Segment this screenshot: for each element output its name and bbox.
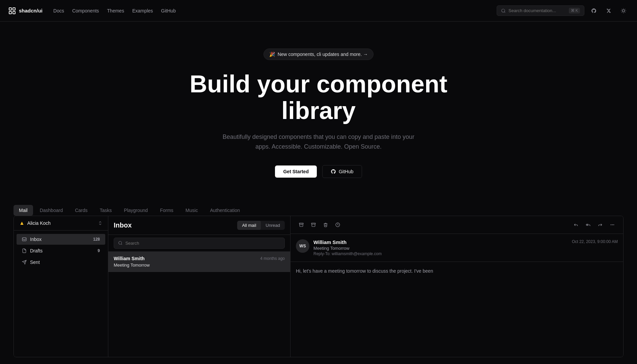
email-item-william[interactable]: William Smith 4 months ago Meeting Tomor… xyxy=(108,252,290,272)
body-text: Hi, let's have a meeting tomorrow to dis… xyxy=(296,267,618,275)
inbox-icon xyxy=(22,237,27,242)
github-btn-icon xyxy=(331,169,336,174)
nav-themes[interactable]: Themes xyxy=(107,8,124,13)
twitter-icon-btn[interactable] xyxy=(603,5,614,16)
mail-search-input-wrapper[interactable] xyxy=(114,238,285,249)
mail-list-header: Inbox All mail Unread xyxy=(108,216,290,235)
email-time: 4 months ago xyxy=(260,256,285,261)
warning-icon: ▲ xyxy=(19,220,25,226)
archive-icon xyxy=(299,222,304,227)
badge-text: New components, cli updates and more. → xyxy=(278,52,368,57)
forward-button[interactable] xyxy=(595,219,606,230)
mail-tools-right xyxy=(571,219,618,230)
move-to-junk-button[interactable] xyxy=(308,219,319,230)
drafts-nav-left: Drafts xyxy=(22,248,43,253)
tab-mail[interactable]: Mail xyxy=(13,205,33,216)
clock-icon xyxy=(335,222,340,227)
nav-right: ⌘ K xyxy=(497,5,629,16)
archive-button[interactable] xyxy=(296,219,307,230)
email-sender: William Smith xyxy=(114,256,145,261)
detail-sender-name: William Smith xyxy=(313,239,568,245)
svg-point-13 xyxy=(612,224,612,225)
hero-badge[interactable]: 🎉 New components, cli updates and more. … xyxy=(264,49,374,60)
mail-search-icon xyxy=(118,241,122,245)
nav-github[interactable]: GitHub xyxy=(161,8,176,13)
delete-button[interactable] xyxy=(320,219,331,230)
mail-nav-drafts[interactable]: Drafts 9 xyxy=(17,245,105,256)
mail-detail-header: WS William Smith Meeting Tomorrow Reply-… xyxy=(290,234,623,262)
get-started-button[interactable]: Get Started xyxy=(275,165,316,178)
github-button[interactable]: GitHub xyxy=(322,165,362,178)
tab-playground[interactable]: Playground xyxy=(118,205,153,216)
github-icon xyxy=(591,8,597,13)
tab-dashboard[interactable]: Dashboard xyxy=(34,205,68,216)
svg-rect-2 xyxy=(9,11,11,14)
mail-search-area xyxy=(108,235,290,252)
mail-sidebar: ▲ Alicia Koch Inbox 128 Drafts xyxy=(14,216,108,357)
tab-cards[interactable]: Cards xyxy=(70,205,93,216)
sent-nav-left: Sent xyxy=(22,260,40,265)
reply-all-icon xyxy=(586,222,590,227)
search-input[interactable] xyxy=(508,8,566,13)
logo-icon xyxy=(8,7,16,15)
demo-section: Mail Dashboard Cards Tasks Playground Fo… xyxy=(0,205,637,357)
svg-rect-3 xyxy=(13,11,15,14)
detail-replyto: Reply-To: williamsmith@example.com xyxy=(313,251,568,256)
ellipsis-icon xyxy=(610,222,615,227)
search-bar[interactable]: ⌘ K xyxy=(497,5,584,16)
tab-authentication[interactable]: Authentication xyxy=(204,205,245,216)
filter-all-mail[interactable]: All mail xyxy=(237,221,261,230)
hero-subtitle: Beautifully designed components that you… xyxy=(217,132,420,152)
github-icon-btn[interactable] xyxy=(588,5,599,16)
account-selector[interactable]: ▲ Alicia Koch xyxy=(14,216,108,231)
sender-avatar: WS xyxy=(296,239,309,253)
svg-point-4 xyxy=(502,9,505,12)
tab-music[interactable]: Music xyxy=(180,205,203,216)
account-name: Alicia Koch xyxy=(27,220,51,226)
inbox-badge: 128 xyxy=(93,237,100,242)
search-kbd: ⌘ K xyxy=(569,8,580,13)
account-info: ▲ Alicia Koch xyxy=(19,220,51,226)
more-options-button[interactable] xyxy=(607,219,618,230)
mail-nav-sent[interactable]: Sent xyxy=(17,257,105,268)
search-icon xyxy=(501,8,506,13)
sent-icon xyxy=(22,260,27,265)
mail-search-field[interactable] xyxy=(125,241,280,246)
nav-links: Docs Components Themes Examples GitHub xyxy=(53,8,176,13)
nav-components[interactable]: Components xyxy=(72,8,99,13)
mail-demo: ▲ Alicia Koch Inbox 128 Drafts xyxy=(13,216,624,357)
tab-forms[interactable]: Forms xyxy=(155,205,179,216)
nav-examples[interactable]: Examples xyxy=(132,8,153,13)
detail-subject: Meeting Tomorrow xyxy=(313,246,568,251)
reply-all-button[interactable] xyxy=(583,219,593,230)
mail-tools-left xyxy=(296,219,343,230)
nav-docs[interactable]: Docs xyxy=(53,8,64,13)
mail-list-title: Inbox xyxy=(114,221,132,229)
logo[interactable]: shadcn/ui xyxy=(8,7,43,15)
snooze-button[interactable] xyxy=(332,219,343,230)
svg-point-14 xyxy=(614,224,614,225)
forward-icon xyxy=(598,222,603,227)
svg-rect-1 xyxy=(13,8,15,10)
tab-tasks[interactable]: Tasks xyxy=(94,205,117,216)
theme-icon xyxy=(621,8,626,13)
filter-unread[interactable]: Unread xyxy=(261,221,285,230)
navbar: shadcn/ui Docs Components Themes Example… xyxy=(0,0,637,22)
email-header-row: William Smith 4 months ago xyxy=(114,256,285,261)
theme-toggle-btn[interactable] xyxy=(618,5,629,16)
mail-detail: WS William Smith Meeting Tomorrow Reply-… xyxy=(290,216,623,357)
mail-list: Inbox All mail Unread William Smith 4 mo… xyxy=(108,216,290,357)
chevron-updown-icon xyxy=(98,221,103,225)
mail-filter-buttons: All mail Unread xyxy=(237,221,285,230)
svg-rect-10 xyxy=(299,223,303,224)
detail-date: Oct 22, 2023, 9:00:00 AM xyxy=(572,239,618,244)
mail-nav-inbox[interactable]: Inbox 128 xyxy=(17,234,105,245)
twitter-icon xyxy=(606,8,611,13)
hero-title: Build your component library xyxy=(167,71,470,124)
svg-rect-0 xyxy=(9,8,11,10)
mail-detail-body: Hi, let's have a meeting tomorrow to dis… xyxy=(290,262,623,280)
trash-icon xyxy=(323,222,328,227)
mail-detail-toolbar xyxy=(290,216,623,234)
hero-section: 🎉 New components, cli updates and more. … xyxy=(0,22,637,198)
reply-button[interactable] xyxy=(571,219,581,230)
